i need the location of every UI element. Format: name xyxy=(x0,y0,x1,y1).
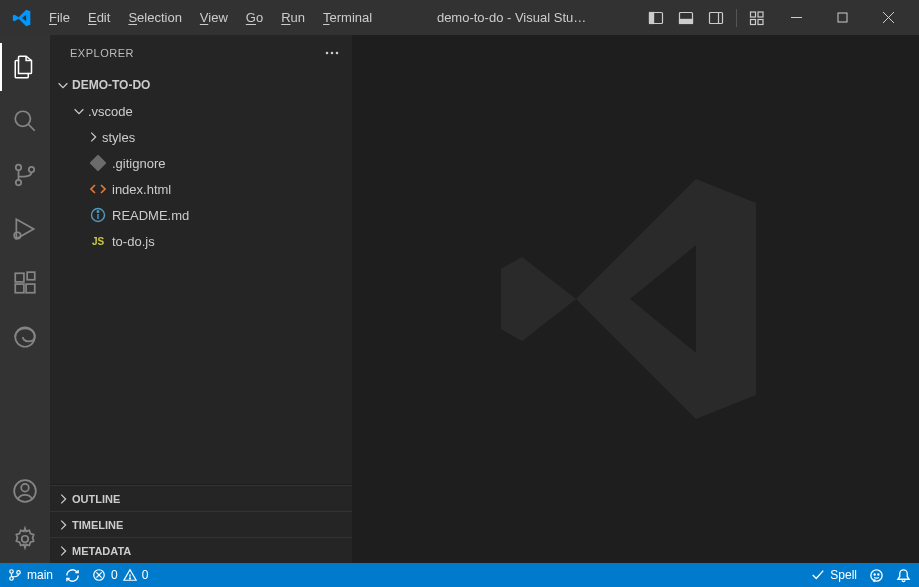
svg-rect-5 xyxy=(680,19,693,23)
svg-point-46 xyxy=(874,574,875,575)
svg-point-28 xyxy=(21,484,29,492)
menu-bar: FFileile EditEdit SelectionSelection Vie… xyxy=(40,4,381,31)
svg-rect-2 xyxy=(650,12,654,23)
tree-file-gitignore[interactable]: .gitignore xyxy=(50,150,352,176)
activity-debug[interactable] xyxy=(0,205,50,253)
maximize-button[interactable] xyxy=(819,0,865,35)
gear-icon xyxy=(12,526,38,552)
svg-rect-24 xyxy=(26,284,35,293)
svg-rect-23 xyxy=(15,284,24,293)
layout-controls xyxy=(642,4,771,32)
status-branch[interactable]: main xyxy=(8,568,53,582)
svg-point-44 xyxy=(129,578,130,579)
extensions-icon xyxy=(12,270,38,296)
js-file-icon: JS xyxy=(88,236,108,247)
play-bug-icon xyxy=(12,216,38,242)
html-file-icon xyxy=(88,181,108,197)
edge-icon xyxy=(12,324,38,350)
svg-point-18 xyxy=(16,165,21,170)
feedback-icon xyxy=(869,568,884,583)
menu-run[interactable]: RunRun xyxy=(272,4,314,31)
warning-icon xyxy=(123,568,137,582)
close-button[interactable] xyxy=(865,0,911,35)
minimize-button[interactable] xyxy=(773,0,819,35)
status-spell[interactable]: Spell xyxy=(811,568,857,582)
collapsed-sections: OUTLINE TIMELINE METADATA xyxy=(50,484,352,563)
svg-point-45 xyxy=(871,569,882,580)
activity-extensions[interactable] xyxy=(0,259,50,307)
activity-settings[interactable] xyxy=(0,515,50,563)
svg-rect-22 xyxy=(15,273,24,282)
info-file-icon xyxy=(88,207,108,223)
activity-edge-devtools[interactable] xyxy=(0,313,50,361)
file-tree: DEMO-TO-DO .vscode styles .gitignore ind… xyxy=(50,70,352,484)
editor-area xyxy=(352,35,919,563)
root-folder-label: DEMO-TO-DO xyxy=(72,78,150,92)
svg-rect-11 xyxy=(758,19,763,24)
tree-root[interactable]: DEMO-TO-DO xyxy=(50,72,352,98)
tree-folder-styles[interactable]: styles xyxy=(50,124,352,150)
svg-point-47 xyxy=(878,574,879,575)
more-actions-icon[interactable] xyxy=(324,45,340,61)
branch-icon xyxy=(12,162,38,188)
svg-rect-33 xyxy=(90,155,106,171)
customize-layout-icon[interactable] xyxy=(743,4,771,32)
window-title: demo-to-do - Visual Stu… xyxy=(383,10,640,25)
check-icon xyxy=(811,568,825,582)
tree-file-index-html[interactable]: index.html xyxy=(50,176,352,202)
toggle-sidebar-right-icon[interactable] xyxy=(702,4,730,32)
status-notifications[interactable] xyxy=(896,568,911,583)
svg-rect-10 xyxy=(751,19,756,24)
search-icon xyxy=(12,108,38,134)
menu-terminal[interactable]: TerminalTerminal xyxy=(314,4,381,31)
svg-line-17 xyxy=(28,124,35,131)
svg-point-37 xyxy=(10,570,14,574)
vscode-watermark-icon xyxy=(486,149,786,449)
branch-icon xyxy=(8,568,22,582)
svg-point-32 xyxy=(336,51,339,54)
menu-go[interactable]: GoGo xyxy=(237,4,272,31)
toggle-sidebar-left-icon[interactable] xyxy=(642,4,670,32)
status-problems[interactable]: 0 0 xyxy=(92,568,148,582)
gitignore-file-icon xyxy=(88,155,108,171)
menu-file[interactable]: FFileile xyxy=(40,4,79,31)
chevron-right-icon xyxy=(54,518,72,532)
sidebar-explorer: EXPLORER DEMO-TO-DO .vscode styles .giti… xyxy=(50,35,352,563)
account-icon xyxy=(12,478,38,504)
section-outline[interactable]: OUTLINE xyxy=(50,485,352,511)
layout-divider xyxy=(736,9,737,27)
toggle-panel-icon[interactable] xyxy=(672,4,700,32)
activity-account[interactable] xyxy=(0,467,50,515)
vscode-logo-icon xyxy=(12,8,32,28)
tree-file-readme[interactable]: README.md xyxy=(50,202,352,228)
svg-point-19 xyxy=(16,180,21,185)
svg-point-39 xyxy=(17,571,21,575)
svg-point-20 xyxy=(29,167,34,172)
chevron-right-icon xyxy=(84,130,102,144)
explorer-header: EXPLORER xyxy=(50,35,352,70)
activity-explorer[interactable] xyxy=(0,43,50,91)
menu-view[interactable]: ViewView xyxy=(191,4,237,31)
status-sync[interactable] xyxy=(65,568,80,583)
chevron-down-icon xyxy=(70,104,88,118)
tree-folder-vscode[interactable]: .vscode xyxy=(50,98,352,124)
menu-edit[interactable]: EditEdit xyxy=(79,4,119,31)
svg-point-29 xyxy=(22,536,29,543)
menu-selection[interactable]: SelectionSelection xyxy=(119,4,190,31)
status-bar: main 0 0 Spell xyxy=(0,563,919,587)
status-feedback[interactable] xyxy=(869,568,884,583)
section-metadata[interactable]: METADATA xyxy=(50,537,352,563)
files-icon xyxy=(12,54,38,80)
section-timeline[interactable]: TIMELINE xyxy=(50,511,352,537)
svg-rect-6 xyxy=(710,12,723,23)
main-body: EXPLORER DEMO-TO-DO .vscode styles .giti… xyxy=(0,35,919,563)
activity-bar xyxy=(0,35,50,563)
activity-search[interactable] xyxy=(0,97,50,145)
sync-icon xyxy=(65,568,80,583)
tree-file-todo-js[interactable]: JS to-do.js xyxy=(50,228,352,254)
bell-icon xyxy=(896,568,911,583)
explorer-title: EXPLORER xyxy=(70,47,134,59)
activity-source-control[interactable] xyxy=(0,151,50,199)
title-bar: FFileile EditEdit SelectionSelection Vie… xyxy=(0,0,919,35)
svg-point-16 xyxy=(15,111,30,126)
